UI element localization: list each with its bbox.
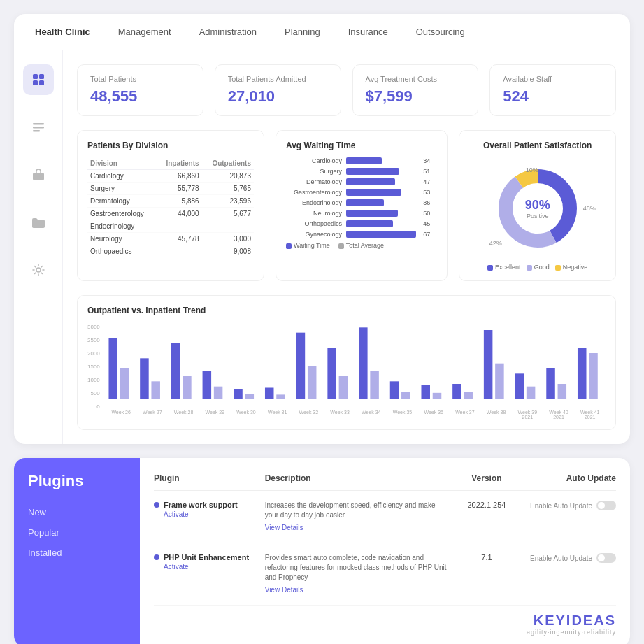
trend-x-label: Week 33 [324, 410, 356, 420]
table-cell: Gastroenterology [87, 208, 157, 220]
sidebar-icon-briefcase[interactable] [23, 159, 54, 190]
svg-point-8 [36, 268, 41, 272]
treatment-label: Avg Treatment Costs [366, 75, 466, 83]
content-area: Total Patients 48,555 Total Patients Adm… [63, 50, 630, 444]
satisfaction-legend: Excellent Good Negative [487, 264, 587, 271]
plugins-title: Plugins [28, 472, 126, 490]
trend-x-label: Week 35 [387, 410, 418, 420]
bar-fill [346, 199, 384, 206]
plugin-2-toggle[interactable] [596, 553, 616, 563]
plugin-1-auto-update: Enable Auto Update [524, 501, 616, 510]
table-cell: 5,765 [202, 183, 254, 195]
brand-tagline: agility·ingenuity·reliability [527, 629, 616, 636]
stat-staff: Available Staff 524 [489, 64, 616, 116]
bar-value: 51 [423, 168, 437, 175]
plugin-2-activate[interactable]: Activate [164, 563, 265, 571]
trend-inpatient-bar [338, 376, 348, 399]
svg-rect-4 [33, 123, 44, 125]
bar-value: 67 [423, 231, 437, 238]
trend-outpatient-bar [265, 388, 274, 400]
plugin-nav-popular[interactable]: Popular [28, 527, 126, 538]
table-cell: 66,860 [157, 170, 202, 183]
table-cell: 44,000 [157, 208, 202, 220]
svg-rect-2 [33, 80, 38, 85]
stats-row: Total Patients 48,555 Total Patients Adm… [77, 64, 616, 116]
top-nav: Health Clinic Management Administration … [14, 14, 630, 50]
table-cell: Surgery [87, 183, 157, 195]
trend-outpatient-bar [390, 381, 399, 399]
main-layout: Total Patients 48,555 Total Patients Adm… [14, 50, 630, 444]
table-cell: Orthopaedics [87, 245, 157, 258]
plugin-2-view-details[interactable]: View Details [265, 585, 450, 595]
bar-track [346, 168, 419, 175]
plugin-2-dot [154, 554, 159, 560]
trend-outpatient-bar [484, 330, 493, 399]
table-cell: 20,873 [202, 170, 254, 183]
trend-inpatient-bar [120, 368, 129, 399]
bar-value: 53 [423, 189, 437, 196]
satisfaction-card: Overall Patient Satisfaction 90% Positiv… [459, 130, 616, 281]
table-cell: Cardiology [87, 170, 157, 183]
bar-label: Dermatology [286, 178, 342, 185]
plugin-nav-new[interactable]: New [28, 507, 126, 517]
bar-label: Orthopaedics [286, 220, 342, 227]
donut-percentage: 90% [525, 198, 550, 213]
sidebar-icon-list[interactable] [23, 112, 54, 143]
trend-x-label: Week 37 [450, 410, 481, 420]
nav-management[interactable]: Management [118, 27, 171, 37]
trend-inpatient-bar [370, 371, 379, 399]
col-auto-update: Auto Update [524, 473, 616, 483]
trend-chart-area: Week 26Week 27Week 28Week 29Week 30Week … [106, 322, 606, 420]
division-title: Patients By Division [87, 141, 254, 150]
table-row: Orthopaedics9,008 [87, 245, 254, 258]
svg-rect-7 [33, 173, 44, 180]
table-cell: 5,886 [157, 195, 202, 208]
bar-track [346, 157, 419, 164]
plugin-1-toggle[interactable] [596, 501, 616, 510]
trend-x-label: Week 30 [231, 410, 262, 420]
table-cell: 5,677 [202, 208, 254, 220]
pct-right: 48% [583, 205, 596, 212]
admitted-label: Total Patients Admitted [228, 75, 328, 83]
waiting-bar-row: Neurology 50 [286, 210, 437, 217]
plugin-1-activate[interactable]: Activate [164, 510, 265, 518]
trend-outpatient-bar [296, 333, 305, 399]
nav-outsourcing[interactable]: Outsourcing [416, 27, 465, 37]
waiting-legend: Waiting Time Total Average [286, 242, 437, 249]
donut-center: 90% Positive [525, 198, 550, 220]
waiting-bar-chart: Cardiology 34 Surgery 51 Dermatology 47 … [286, 157, 437, 238]
plugin-1-version: 2022.1.254 [450, 501, 524, 509]
bar-fill [346, 220, 393, 227]
trend-outpatient-bar [202, 371, 211, 399]
sidebar-icon-grid[interactable] [23, 64, 54, 95]
plugin-1-name-area: Frame work support Activate [154, 501, 265, 518]
sidebar-icon-settings[interactable] [23, 255, 54, 285]
sidebar-icon-folder[interactable] [23, 207, 54, 238]
trend-x-label: Week 29 [199, 410, 231, 420]
col-plugin: Plugin [154, 473, 265, 483]
trend-x-label: Week 28 [168, 410, 199, 420]
waiting-title: Avg Waiting Time [286, 141, 437, 150]
nav-administration[interactable]: Administration [199, 27, 257, 37]
col-division: Division [87, 157, 157, 170]
trend-x-label: Week 32 [293, 410, 324, 420]
table-row: Dermatology5,88623,596 [87, 195, 254, 208]
trend-inpatient-bar [401, 392, 410, 399]
trend-x-label: Week 31 [262, 410, 293, 420]
table-row: Surgery55,7785,765 [87, 183, 254, 195]
bar-fill [346, 157, 382, 164]
table-cell: Neurology [87, 233, 157, 245]
nav-health-clinic[interactable]: Health Clinic [35, 27, 90, 37]
trend-outpatient-bar [171, 343, 180, 399]
nav-planning[interactable]: Planning [285, 27, 320, 37]
nav-insurance[interactable]: Insurance [348, 27, 388, 37]
trend-outpatient-bar [546, 368, 555, 399]
bar-fill [346, 189, 401, 196]
bar-fill [346, 178, 395, 185]
col-version: Version [450, 473, 524, 483]
trend-x-label: Week 40 2021 [543, 410, 575, 420]
plugin-nav-installed[interactable]: Installed [28, 548, 126, 558]
bar-label: Endocrinology [286, 199, 342, 206]
plugin-1-view-details[interactable]: View Details [265, 523, 450, 533]
bar-track [346, 189, 419, 196]
